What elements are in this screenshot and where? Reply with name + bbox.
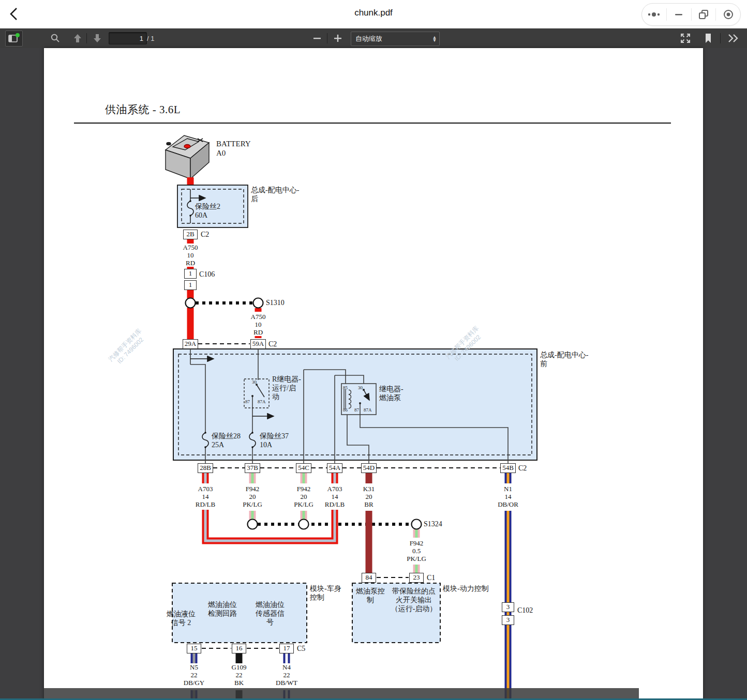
wire-code: G109 bbox=[232, 663, 247, 671]
page-down-button[interactable] bbox=[89, 31, 105, 46]
bcm-label: 模块-车身控制 bbox=[310, 584, 347, 602]
zoom-in-button[interactable] bbox=[330, 31, 346, 46]
connector-c2-bottom-label: C2 bbox=[518, 464, 527, 473]
pin-84: 84 bbox=[362, 573, 376, 583]
fuse37-name: 保险丝37 bbox=[260, 432, 289, 440]
fullscreen-icon bbox=[680, 33, 691, 44]
wire-gauge: 10 bbox=[183, 251, 198, 259]
toggle-sidebar-button[interactable] bbox=[5, 31, 23, 47]
toolbar-separator bbox=[720, 33, 721, 43]
battery-negative-terminal bbox=[167, 143, 171, 145]
wire-label: N5 22 DB/GY bbox=[184, 663, 204, 687]
wire-gauge: 20 bbox=[363, 493, 375, 500]
arrow-up-icon bbox=[72, 33, 83, 43]
wire-color: BK bbox=[232, 679, 247, 687]
wire-gauge: 0.5 bbox=[407, 547, 426, 555]
zoom-out-button[interactable] bbox=[309, 31, 325, 46]
select-arrows-icon: ▲▼ bbox=[430, 36, 439, 42]
fuse37-rating: 10A bbox=[260, 440, 289, 449]
pdc-front-label: 总成-配电中心-前 bbox=[540, 351, 593, 368]
pin-c106-top: 1 bbox=[184, 269, 197, 279]
pin-54c: 54C bbox=[296, 463, 311, 473]
minimize-button[interactable] bbox=[667, 4, 691, 25]
wire-code: F942 bbox=[243, 485, 262, 493]
battery-label: BATTERY A0 bbox=[216, 139, 251, 158]
search-button[interactable] bbox=[48, 31, 63, 46]
connector-c1-label: C1 bbox=[427, 574, 435, 582]
wire-gauge: 14 bbox=[325, 493, 345, 500]
bcm-signal2: 燃油油位检测回路 bbox=[206, 600, 239, 618]
double-chevron-icon bbox=[727, 33, 739, 43]
pin-c102-bottom: 3 bbox=[502, 615, 514, 625]
sidebar-icon bbox=[8, 34, 20, 44]
fuse2-label: 保险丝2 60A bbox=[195, 202, 220, 220]
relay-fp-pin-87a: 87A bbox=[364, 407, 372, 413]
connector-c102-label: C102 bbox=[517, 606, 533, 615]
pin-54d: 54D bbox=[361, 463, 377, 473]
battery-code: A0 bbox=[216, 148, 251, 158]
pin-29a: 29A bbox=[183, 339, 198, 349]
minus-icon bbox=[312, 34, 322, 43]
relay-run-pin-30: 30 bbox=[252, 379, 257, 385]
wire-label: A703 14 RD/LB bbox=[325, 485, 345, 508]
wire-gauge: 20 bbox=[294, 493, 313, 500]
wire-code: F942 bbox=[407, 539, 426, 547]
wire-label: G109 22 BK bbox=[232, 663, 247, 687]
zoom-select-label: 自动缩放 bbox=[351, 34, 430, 43]
splice-s1324-label: S1324 bbox=[424, 520, 442, 528]
bookmark-icon bbox=[703, 33, 713, 44]
bcm-signal1: 燃油液位信号 2 bbox=[165, 610, 198, 627]
wire-code: A703 bbox=[325, 485, 345, 493]
relay-run-pin-87: 87 bbox=[245, 399, 250, 404]
sidebar-status-dot bbox=[16, 33, 20, 37]
document-title: chunk.pdf bbox=[0, 8, 747, 18]
wire-gauge: 22 bbox=[184, 671, 204, 679]
wire-color: RD bbox=[183, 259, 198, 267]
search-icon bbox=[50, 33, 61, 43]
more-tools-button[interactable] bbox=[725, 31, 741, 46]
wire-color: DB/WT bbox=[276, 679, 297, 687]
fuse2-rating: 60A bbox=[195, 211, 220, 220]
bookmark-button[interactable] bbox=[700, 31, 716, 46]
page-up-button[interactable] bbox=[70, 31, 85, 46]
pdf-viewer-area[interactable]: 供油系统 - 3.6L 汽修帮手资料库 ID: 7496002 汽修帮手资料库 … bbox=[0, 48, 747, 700]
wire-gauge: 22 bbox=[232, 671, 247, 679]
battery-positive-terminal bbox=[184, 145, 190, 148]
connector-c106-label: C106 bbox=[199, 270, 215, 279]
pcm-pin23-function: 带保险丝的点火开关输出（运行-启动） bbox=[390, 587, 438, 613]
splice-s1310-label: S1310 bbox=[266, 299, 285, 307]
pin-23: 23 bbox=[409, 573, 424, 583]
pin-37b: 37B bbox=[245, 463, 260, 473]
wire-rd-lb-outer bbox=[205, 473, 335, 541]
wire-color: PK/LG bbox=[407, 555, 426, 562]
pcm-label: 模块-动力控制 bbox=[443, 584, 500, 593]
wire-code: F942 bbox=[294, 485, 313, 493]
relay-run-label: R继电器-运行/启动 bbox=[272, 375, 301, 401]
wire-label-f942: F942 0.5 PK/LG bbox=[407, 539, 426, 562]
pdc-rear-label: 总成-配电中心-后 bbox=[251, 186, 304, 203]
diagram-title: 供油系统 - 3.6L bbox=[105, 103, 181, 116]
wire-code: A703 bbox=[196, 485, 215, 493]
restore-button[interactable] bbox=[692, 4, 716, 25]
pin-c106-bottom: 1 bbox=[184, 280, 197, 290]
wire-color: DB/OR bbox=[498, 500, 518, 508]
pin-2b: 2B bbox=[183, 230, 198, 239]
wire-label: F942 20 PK/LG bbox=[294, 485, 313, 508]
presentation-mode-button[interactable] bbox=[678, 31, 693, 46]
pin-15: 15 bbox=[187, 644, 201, 653]
zoom-select[interactable]: 自动缩放 ▲▼ bbox=[351, 32, 440, 46]
page-number-input[interactable] bbox=[109, 32, 147, 44]
fuse28-name: 保险丝28 bbox=[212, 432, 241, 440]
battery-name: BATTERY bbox=[216, 139, 251, 148]
wire-label: K31 20 BR bbox=[363, 485, 375, 508]
fuse37-label: 保险丝37 10A bbox=[260, 432, 289, 449]
wire-gauge: 14 bbox=[498, 493, 518, 500]
battery-illustration bbox=[166, 135, 209, 179]
more-button[interactable] bbox=[642, 4, 666, 25]
wire-code: N4 bbox=[276, 663, 297, 671]
wire-color: RD/LB bbox=[325, 500, 345, 508]
connector-c2-top-label: C2 bbox=[268, 340, 277, 348]
connector-c5-label: C5 bbox=[297, 645, 305, 653]
record-button[interactable] bbox=[716, 4, 740, 25]
bcm-signal3: 燃油油位传感器信号 bbox=[253, 600, 287, 627]
